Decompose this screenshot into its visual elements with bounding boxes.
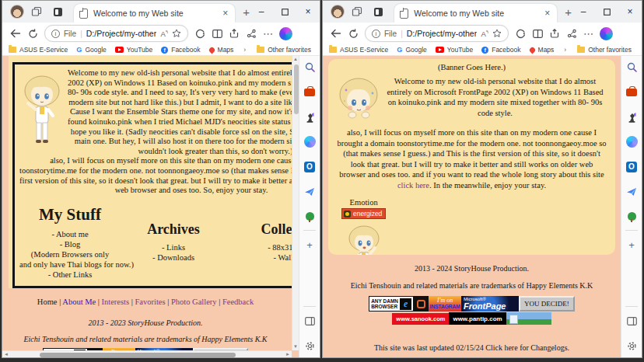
settings-more-icon[interactable]: ⋯: [260, 25, 277, 42]
favorite-facebook[interactable]: fFacebook: [161, 46, 200, 54]
tab-actions-icon[interactable]: [52, 6, 64, 18]
maximize-button[interactable]: [595, 1, 618, 23]
other-favorites[interactable]: Other favorites: [577, 46, 632, 54]
outlook-icon[interactable]: O: [625, 160, 639, 173]
search-icon[interactable]: [303, 61, 317, 74]
extensions-icon[interactable]: [563, 25, 580, 42]
nav-link-about-me[interactable]: About Me: [62, 298, 96, 306]
refresh-icon[interactable]: [345, 25, 362, 42]
vertical-scroll-thumb[interactable]: [294, 64, 299, 114]
vertical-scrollbar[interactable]: ▲ ▼: [292, 56, 299, 350]
sidebar-toggle-icon[interactable]: [625, 315, 639, 328]
minimize-button[interactable]: –: [250, 1, 273, 23]
link-88x31-buttons[interactable]: - 88x31 Buttons: [226, 242, 299, 252]
tree-icon[interactable]: [625, 210, 639, 223]
instagram-badge[interactable]: I'm onINSTAGRAM: [414, 296, 461, 312]
split-screen-icon[interactable]: [529, 25, 546, 42]
scroll-down-arrow[interactable]: ▼: [292, 343, 299, 350]
sanook-badge[interactable]: www.sanook.com: [392, 313, 449, 325]
copilot-icon[interactable]: [303, 135, 317, 148]
browser-essentials-icon[interactable]: [512, 25, 529, 42]
close-tab-icon[interactable]: ×: [221, 8, 229, 19]
favorite-facebook[interactable]: fFacebook: [481, 46, 520, 54]
extensions-icon[interactable]: [243, 25, 260, 42]
favorite-star-icon[interactable]: [172, 29, 181, 38]
tree-icon[interactable]: [303, 210, 317, 223]
tools-icon[interactable]: [303, 85, 317, 99]
share-icon[interactable]: [546, 25, 563, 42]
back-icon[interactable]: [327, 25, 345, 42]
favorites-overflow-chevron[interactable]: ›: [564, 46, 566, 54]
browser-essentials-icon[interactable]: [191, 25, 208, 42]
close-window-button[interactable]: ×: [618, 1, 642, 23]
tab-actions-icon[interactable]: [373, 6, 385, 18]
frontpage-badge[interactable]: Microsoft®FrontPage: [461, 296, 519, 312]
any-browser-badge[interactable]: ANY DAMNBROWSER e: [369, 296, 414, 312]
back-icon[interactable]: [7, 25, 24, 42]
address-bar[interactable]: i File | D:/Project/my-other... A۹: [365, 25, 509, 42]
workspaces-icon[interactable]: [31, 6, 43, 18]
favorite-google[interactable]: GGoogle: [397, 46, 426, 54]
customize-sidebar-icon[interactable]: +: [625, 238, 639, 252]
split-screen-icon[interactable]: [208, 25, 226, 42]
read-aloud-icon[interactable]: A۹: [160, 29, 168, 38]
new-tab-button[interactable]: +: [565, 5, 572, 19]
sidebar-settings-icon[interactable]: [625, 339, 639, 353]
scroll-left-arrow[interactable]: ◄: [2, 352, 10, 357]
customize-sidebar-icon[interactable]: +: [303, 238, 317, 252]
close-tab-icon[interactable]: ×: [543, 8, 551, 19]
nav-link-photo-gallery[interactable]: Photo Gallery: [171, 298, 217, 306]
copilot-icon[interactable]: [597, 25, 614, 42]
refresh-icon[interactable]: [24, 25, 41, 42]
link-other-links[interactable]: - Other Links: [19, 270, 121, 280]
drop-icon[interactable]: [625, 185, 639, 198]
new-tab-button[interactable]: +: [243, 5, 250, 19]
sidebar-settings-icon[interactable]: [303, 339, 317, 353]
favorite-youtube[interactable]: YouTube: [115, 46, 152, 54]
share-icon[interactable]: [226, 25, 243, 42]
browser-tab[interactable]: Welcome to my Web site ×: [74, 4, 235, 23]
file-info-icon[interactable]: i: [51, 30, 60, 38]
horizontal-scrollbar[interactable]: ◄ ►: [2, 350, 292, 357]
address-bar[interactable]: i File | D:/Project/my-other... A۹: [44, 25, 188, 42]
favorite-star-icon[interactable]: [492, 29, 502, 38]
profile-avatar[interactable]: [10, 5, 24, 19]
link-wallpapers[interactable]: - Wallpapers: [226, 252, 299, 263]
profile-avatar[interactable]: [331, 5, 345, 19]
copilot-icon[interactable]: [625, 135, 639, 148]
xp-bliss-badge[interactable]: [506, 312, 551, 325]
favorite-asus[interactable]: ASUS E-Service: [329, 46, 388, 54]
scroll-right-arrow[interactable]: ►: [284, 352, 292, 357]
settings-more-icon[interactable]: ⋯: [580, 25, 597, 42]
favorite-asus[interactable]: ASUS E-Service: [9, 46, 68, 54]
sidebar-toggle-icon[interactable]: [303, 315, 317, 328]
other-favorites[interactable]: Other favorites: [257, 46, 311, 54]
outlook-icon[interactable]: O: [303, 160, 317, 173]
workspaces-icon[interactable]: [352, 6, 363, 18]
nav-link-favorites[interactable]: Favorites: [135, 298, 165, 306]
horizontal-scroll-thumb[interactable]: [40, 353, 236, 357]
favorite-youtube[interactable]: YouTube: [436, 46, 473, 54]
tools-icon[interactable]: [625, 85, 639, 99]
games-icon[interactable]: [303, 110, 317, 124]
maximize-button[interactable]: [273, 1, 296, 23]
favorite-maps[interactable]: Maps: [530, 46, 555, 54]
favorite-maps[interactable]: Maps: [209, 46, 234, 54]
file-info-icon[interactable]: i: [372, 30, 380, 38]
favorite-google[interactable]: GGoogle: [76, 46, 106, 54]
you-decide-badge[interactable]: YOU DECIDE!: [519, 296, 575, 312]
click-here-link[interactable]: click here: [397, 181, 429, 190]
link-about-me[interactable]: - About me: [19, 229, 121, 239]
games-icon[interactable]: [625, 110, 639, 124]
pantip-badge[interactable]: www.pantip.com: [449, 312, 506, 325]
url-text[interactable]: D:/Project/my-other...: [86, 29, 157, 38]
scroll-up-arrow[interactable]: ▲: [292, 56, 299, 63]
nav-link-interests[interactable]: Interests: [102, 298, 130, 306]
url-text[interactable]: D:/Project/my-other...: [407, 29, 478, 38]
search-icon[interactable]: [625, 61, 639, 74]
link-blog[interactable]: - Blog: [19, 239, 121, 249]
link-downloads[interactable]: - Downloads: [121, 252, 226, 263]
nav-link-feedback[interactable]: Feedback: [222, 298, 254, 306]
close-window-button[interactable]: ×: [296, 1, 320, 23]
link-links[interactable]: - Links: [121, 242, 226, 252]
